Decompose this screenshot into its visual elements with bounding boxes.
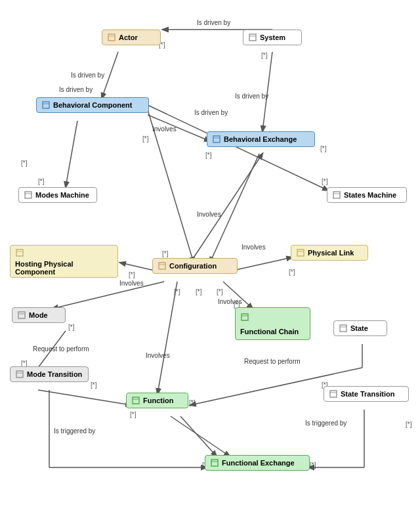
states-machine-icon — [332, 190, 341, 200]
svg-text:Is driven by: Is driven by — [194, 109, 228, 116]
svg-line-14 — [190, 154, 262, 263]
svg-text:[*]: [*] — [261, 52, 268, 59]
svg-line-26 — [38, 390, 131, 405]
svg-text:[*]: [*] — [406, 421, 412, 428]
hosting-physical-icon — [15, 248, 24, 257]
svg-line-2 — [102, 52, 118, 98]
states-machine-node[interactable]: States Machine — [327, 187, 407, 203]
svg-text:[*]: [*] — [310, 462, 316, 469]
diagram: Is driven by Is driven by Is driven by I… — [0, 0, 420, 518]
svg-text:Involves: Involves — [152, 125, 177, 133]
svg-line-20 — [223, 282, 253, 309]
svg-text:[*]: [*] — [142, 135, 149, 142]
behavioral-exchange-label: Behavioral Exchange — [224, 135, 297, 143]
actor-node[interactable]: Actor — [102, 30, 161, 45]
svg-text:[*]: [*] — [196, 288, 202, 295]
svg-rect-87 — [16, 371, 23, 378]
svg-text:[*]: [*] — [289, 269, 295, 276]
mode-transition-node[interactable]: Mode Transition — [10, 366, 89, 382]
mode-label: Mode — [29, 311, 48, 319]
functional-exchange-label: Functional Exchange — [222, 459, 295, 467]
behavioral-component-node[interactable]: Behavioral Component — [36, 97, 149, 113]
modes-machine-label: Modes Machine — [35, 191, 89, 199]
behavioral-component-label: Behavioral Component — [53, 101, 132, 109]
configuration-icon — [158, 261, 167, 270]
state-node[interactable]: State — [333, 320, 387, 336]
svg-text:Involves: Involves — [146, 352, 170, 359]
svg-line-7 — [148, 110, 194, 263]
svg-text:Involves: Involves — [218, 298, 242, 305]
behavioral-exchange-icon — [212, 135, 221, 144]
system-node[interactable]: System — [243, 30, 302, 45]
svg-text:[*]: [*] — [320, 145, 327, 152]
svg-line-37 — [171, 416, 230, 456]
system-icon — [248, 33, 257, 42]
state-icon — [339, 324, 348, 333]
function-label: Function — [143, 397, 173, 404]
svg-text:[*]: [*] — [91, 381, 97, 389]
state-transition-node[interactable]: State Transition — [324, 386, 409, 402]
configuration-label: Configuration — [169, 262, 217, 270]
physical-link-node[interactable]: Physical Link — [291, 245, 368, 261]
actor-label: Actor — [119, 33, 138, 41]
mode-transition-icon — [15, 370, 24, 379]
svg-rect-89 — [330, 391, 337, 397]
svg-line-25 — [38, 331, 66, 368]
svg-text:Involves: Involves — [197, 211, 221, 218]
svg-text:[*]: [*] — [68, 324, 75, 331]
svg-text:Is driven by: Is driven by — [71, 72, 104, 79]
mode-icon — [17, 311, 26, 320]
mode-node[interactable]: Mode — [12, 307, 66, 323]
function-icon — [131, 396, 140, 405]
function-node[interactable]: Function — [126, 393, 188, 408]
functional-chain-node[interactable]: Functional Chain — [235, 307, 310, 340]
svg-rect-75 — [16, 249, 23, 256]
svg-text:[*]: [*] — [189, 399, 196, 406]
svg-text:[*]: [*] — [322, 178, 328, 185]
svg-text:Request to perform: Request to perform — [244, 358, 301, 365]
svg-text:Involves: Involves — [242, 244, 266, 251]
svg-line-5 — [262, 52, 272, 131]
svg-rect-71 — [25, 192, 32, 198]
svg-text:[*]: [*] — [162, 250, 169, 257]
svg-rect-83 — [18, 312, 25, 318]
svg-rect-63 — [108, 34, 115, 41]
behavioral-exchange-node[interactable]: Behavioral Exchange — [207, 131, 315, 147]
svg-text:[*]: [*] — [21, 160, 28, 167]
hosting-physical-node[interactable]: Hosting Physical Component — [10, 245, 118, 278]
svg-text:[*]: [*] — [174, 288, 180, 295]
svg-rect-77 — [297, 249, 304, 256]
svg-text:[*]: [*] — [217, 288, 223, 295]
svg-text:[*]: [*] — [38, 178, 45, 185]
physical-link-icon — [296, 248, 305, 257]
svg-text:[*]: [*] — [130, 411, 136, 418]
svg-rect-85 — [340, 325, 346, 332]
svg-line-16 — [120, 263, 154, 270]
functional-chain-label: Functional Chain — [240, 328, 299, 335]
state-transition-icon — [329, 389, 338, 399]
svg-line-10 — [148, 115, 210, 141]
svg-line-24 — [52, 282, 164, 309]
svg-text:Is driven by: Is driven by — [197, 19, 230, 26]
svg-text:[*]: [*] — [205, 152, 212, 159]
svg-rect-81 — [242, 314, 248, 320]
svg-rect-67 — [43, 102, 49, 108]
svg-text:Involves: Involves — [119, 280, 144, 287]
svg-text:Is triggered by: Is triggered by — [54, 427, 95, 435]
svg-rect-73 — [333, 192, 340, 198]
svg-text:Is triggered by: Is triggered by — [305, 420, 346, 427]
states-machine-label: States Machine — [344, 191, 396, 199]
svg-line-12 — [66, 121, 77, 187]
svg-rect-65 — [249, 34, 256, 41]
modes-machine-node[interactable]: Modes Machine — [18, 187, 97, 203]
svg-text:[*]: [*] — [129, 271, 135, 278]
svg-rect-69 — [213, 136, 220, 142]
functional-exchange-node[interactable]: Functional Exchange — [205, 455, 310, 471]
svg-line-13 — [148, 105, 328, 190]
configuration-node[interactable]: Configuration — [152, 258, 238, 274]
modes-machine-icon — [24, 190, 33, 200]
hosting-physical-label: Hosting Physical Component — [15, 260, 113, 276]
svg-rect-91 — [133, 397, 139, 404]
svg-rect-79 — [159, 263, 165, 269]
svg-text:Request to perform: Request to perform — [33, 345, 89, 353]
